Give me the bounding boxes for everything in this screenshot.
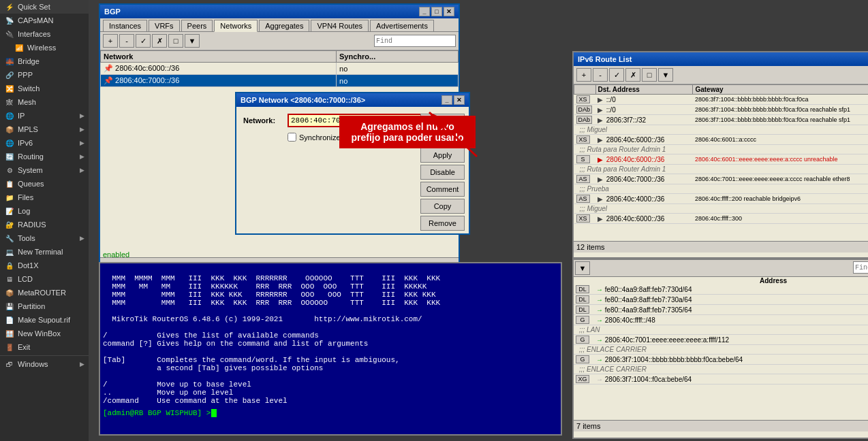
tab-networks[interactable]: Networks [214, 20, 258, 32]
filter-btn[interactable]: ▼ [185, 34, 200, 48]
ipv6-window: IPv6 Route List _ □ ✕ + - ✓ ✗ □ ▼ Dst. A… [572, 51, 868, 259]
terminal-window[interactable]: MMM MMMM MMM III KKK KKK RRRRRRR OOOOOO … [99, 262, 562, 436]
copy-btn[interactable]: □ [168, 34, 183, 48]
tab-advertisements[interactable]: Advertisements [370, 20, 434, 31]
sidebar-item-tools[interactable]: 🔧 Tools ▶ [0, 231, 89, 245]
bgp-close-btn[interactable]: ✕ [444, 7, 454, 16]
sidebar-item-lcd[interactable]: 🖥 LCD [0, 272, 89, 286]
sidebar-item-windows[interactable]: 🗗 Windows ▶ [0, 357, 89, 371]
table-row[interactable]: XS ▶ ::/0 2806:3f7:1004::bbbb:bbbb:bbbb:… [574, 95, 869, 105]
check-btn[interactable]: ✓ [136, 34, 151, 48]
ipv6-add-btn[interactable]: + [576, 68, 591, 82]
table-row[interactable]: G → 2806:40c:7001:eeee:eeee:eeee:a:ffff/… [574, 335, 868, 345]
sidebar-label-mpls: MPLS [18, 125, 38, 133]
sidebar-item-capsman[interactable]: 📡 CAPsMAN [0, 14, 89, 27]
bgp-dialog-titlebar[interactable]: BGP Network <2806:40c:7000::/36> _ ✕ [236, 93, 469, 107]
dot1x-icon: 🔒 [4, 260, 15, 271]
sidebar-item-metarouter[interactable]: 📦 MetaROUTER [0, 286, 89, 299]
addr-comment: ;;; ENLACE CARRIER [574, 365, 868, 374]
sidebar-label-ppp: PPP [18, 71, 33, 79]
sidebar-item-dot1x[interactable]: 🔒 Dot1X [0, 259, 89, 272]
sidebar-item-system[interactable]: ⚙ System ▶ [0, 163, 89, 177]
ipv6-titlebar[interactable]: IPv6 Route List _ □ ✕ [574, 52, 868, 66]
sidebar-item-new-terminal[interactable]: 💻 New Terminal [0, 245, 89, 259]
table-row[interactable]: G → 2806:40c:ffff::/48 [574, 315, 868, 325]
sidebar-item-quick-set[interactable]: ⚡ Quick Set [0, 0, 89, 14]
table-row[interactable]: 📌 2806:40c:6000::/36 no [101, 63, 459, 75]
add-btn[interactable]: + [103, 34, 118, 48]
sidebar-item-routing[interactable]: 🔄 Routing ▶ [0, 150, 89, 163]
table-row[interactable]: G → 2806:3f7:1004::bbbb:bbbb:bbbb:f0ca:b… [574, 355, 868, 365]
addr-filter-btn[interactable]: ▼ [575, 261, 590, 275]
bgp-maximize-btn[interactable]: □ [431, 7, 442, 16]
sidebar-item-ip[interactable]: 🌐 IP ▶ [0, 109, 89, 122]
table-row[interactable]: DL → fe80::4aa9:8aff:feb7:730d/64 [574, 284, 868, 295]
dialog-minimize-btn[interactable]: _ [441, 95, 452, 105]
table-row[interactable]: AS ▶ 2806:40c:7000::/36 2806:40c:7001::e… [574, 174, 869, 184]
sidebar-item-exit[interactable]: 🚪 Exit [0, 340, 89, 354]
tab-vrfs[interactable]: VRFs [149, 20, 180, 31]
terminal-prompt-row[interactable]: [admin@RB BGP WISPHUB] > [100, 408, 561, 419]
addr-address: → fe80::4aa9:8aff:feb7:730a/64 [594, 295, 868, 305]
tab-aggregates[interactable]: Aggregates [259, 20, 309, 31]
route-prefix: AS [574, 174, 596, 184]
sidebar-item-mesh[interactable]: 🕸 Mesh [0, 95, 89, 109]
table-row[interactable]: XG → 2806:3f7:1004::f0ca:bebe/64 [574, 374, 868, 385]
comment-button[interactable]: Comment [420, 182, 465, 197]
ipv6-title: IPv6 Route List [578, 55, 632, 63]
ipv6-check-btn[interactable]: ✓ [609, 68, 624, 82]
ipv6-uncheck-btn[interactable]: ✗ [625, 68, 640, 82]
table-row[interactable]: DL → fe80::4aa9:8aff:feb7:7305/64 [574, 305, 868, 315]
mesh-icon: 🕸 [4, 97, 15, 108]
uncheck-btn[interactable]: ✗ [152, 34, 167, 48]
bgp-minimize-btn[interactable]: _ [419, 7, 430, 16]
sidebar-item-radius[interactable]: 🔐 RADIUS [0, 218, 89, 231]
table-row[interactable]: XS ▶ 2806:40c:6000::/36 2806:40c:6001::a… [574, 135, 869, 145]
table-row[interactable]: DL → fe80::4aa9:8aff:feb7:730a/64 [574, 295, 868, 305]
tab-peers[interactable]: Peers [181, 20, 213, 31]
sidebar-item-interfaces[interactable]: 🔌 Interfaces [0, 27, 89, 41]
sidebar-label-queues: Queues [18, 180, 44, 188]
sidebar-item-mpls[interactable]: 📦 MPLS ▶ [0, 122, 89, 136]
addr-address: → fe80::4aa9:8aff:feb7:7305/64 [594, 305, 868, 315]
table-row[interactable]: 📌 2806:40c:7000::/36 no [101, 75, 459, 87]
table-row[interactable]: AS ▶ 2806:40c:4000::/36 2806:40c:ffff::2… [574, 194, 869, 204]
ipv6-filter-btn[interactable]: ▼ [658, 68, 673, 82]
table-row[interactable]: XS ▶ 2806:40c:6000::/36 2806:40c:ffff::3… [574, 214, 869, 224]
ipv6-copy-btn[interactable]: □ [642, 68, 657, 82]
sidebar-item-wireless[interactable]: 📶 Wireless [0, 41, 89, 54]
table-row[interactable]: DAb ▶ ::/0 2806:3f7:1004::bbbb:bbbb:bbbb… [574, 105, 869, 115]
remove-btn[interactable]: - [119, 34, 134, 48]
exit-icon: 🚪 [4, 342, 15, 353]
sidebar-item-switch[interactable]: 🔀 Switch [0, 82, 89, 95]
sidebar-item-make-supout[interactable]: 📄 Make Supout.rif [0, 313, 89, 327]
dialog-close-btn[interactable]: ✕ [454, 95, 465, 105]
table-row[interactable]: S ▶ 2806:40c:6000::/36 2806:40c:6001::ee… [574, 154, 869, 165]
sidebar-item-files[interactable]: 📁 Files [0, 191, 89, 204]
table-row[interactable]: DAb ▶ 2806:3f7::/32 2806:3f7:1004::bbbb:… [574, 115, 869, 125]
route-comment: ;;; Prueba [574, 184, 869, 194]
bgp-find-input[interactable] [374, 35, 456, 47]
synchronize-checkbox[interactable] [288, 133, 296, 142]
tab-instances[interactable]: Instances [103, 20, 147, 31]
lcd-icon: 🖥 [4, 274, 15, 284]
sidebar-label-switch: Switch [18, 84, 40, 93]
addr-find-input[interactable] [853, 261, 868, 274]
tab-vpn4-routes[interactable]: VPN4 Routes [311, 20, 369, 31]
bgp-dialog-title: BGP Network <2806:40c:7000::/36> [241, 96, 365, 104]
disable-button[interactable]: Disable [420, 165, 465, 180]
bgp-titlebar[interactable]: BGP _ □ ✕ [100, 5, 459, 18]
sidebar-item-partition[interactable]: 💾 Partition [0, 299, 89, 313]
sidebar-item-ipv6[interactable]: 🌐 IPv6 ▶ [0, 136, 89, 150]
sidebar-item-log[interactable]: 📝 Log [0, 204, 89, 218]
sidebar-item-new-winbox[interactable]: 🪟 New WinBox [0, 327, 89, 340]
ip-arrow-icon: ▶ [80, 112, 84, 119]
sidebar-item-ppp[interactable]: 🔗 PPP [0, 68, 89, 82]
copy-button[interactable]: Copy [420, 199, 465, 214]
ipv6-remove-btn[interactable]: - [593, 68, 608, 82]
remove-button[interactable]: Remove [420, 216, 465, 231]
sidebar-item-bridge[interactable]: 🌉 Bridge [0, 54, 89, 68]
addr-window: ▼ F▼ Address DL → fe80::4aa9:8aff:feb7:7… [572, 259, 868, 439]
capsman-icon: 📡 [4, 15, 15, 26]
sidebar-item-queues[interactable]: 📋 Queues [0, 177, 89, 191]
